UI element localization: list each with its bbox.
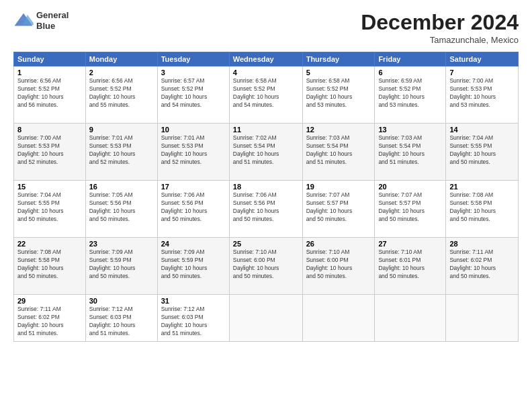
calendar-cell	[229, 295, 302, 342]
calendar-cell: 29Sunrise: 7:11 AMSunset: 6:02 PMDayligh…	[14, 295, 86, 342]
calendar-cell: 28Sunrise: 7:11 AMSunset: 6:02 PMDayligh…	[446, 238, 519, 295]
calendar-cell: 7Sunrise: 7:00 AMSunset: 5:53 PMDaylight…	[446, 66, 519, 124]
calendar-cell: 3Sunrise: 6:57 AMSunset: 5:52 PMDaylight…	[157, 66, 229, 124]
calendar-cell: 6Sunrise: 6:59 AMSunset: 5:52 PMDaylight…	[375, 66, 446, 124]
weekday-header: Sunday	[14, 52, 86, 66]
calendar-cell: 21Sunrise: 7:08 AMSunset: 5:58 PMDayligh…	[446, 181, 519, 238]
calendar-cell: 16Sunrise: 7:05 AMSunset: 5:56 PMDayligh…	[85, 181, 157, 238]
day-info: Sunrise: 7:01 AMSunset: 5:53 PMDaylight:…	[161, 134, 226, 167]
calendar-cell: 1Sunrise: 6:56 AMSunset: 5:52 PMDaylight…	[14, 66, 86, 124]
location: Tamazunchale, Mexico	[361, 35, 519, 45]
day-number: 13	[378, 126, 442, 134]
weekday-header: Thursday	[302, 52, 375, 66]
day-number: 17	[161, 183, 226, 191]
day-info: Sunrise: 7:09 AMSunset: 5:59 PMDaylight:…	[89, 248, 154, 281]
day-info: Sunrise: 6:57 AMSunset: 5:52 PMDaylight:…	[161, 77, 226, 109]
calendar-cell: 20Sunrise: 7:07 AMSunset: 5:57 PMDayligh…	[375, 181, 446, 238]
calendar-cell: 24Sunrise: 7:09 AMSunset: 5:59 PMDayligh…	[157, 238, 229, 295]
day-info: Sunrise: 7:02 AMSunset: 5:54 PMDaylight:…	[233, 134, 299, 167]
calendar-cell: 11Sunrise: 7:02 AMSunset: 5:54 PMDayligh…	[229, 124, 302, 181]
calendar-cell: 19Sunrise: 7:07 AMSunset: 5:57 PMDayligh…	[302, 181, 375, 238]
weekday-header: Wednesday	[229, 52, 302, 66]
day-info: Sunrise: 7:12 AMSunset: 6:03 PMDaylight:…	[89, 306, 154, 338]
day-info: Sunrise: 7:06 AMSunset: 5:56 PMDaylight:…	[233, 191, 299, 224]
day-number: 6	[378, 68, 442, 77]
day-info: Sunrise: 7:01 AMSunset: 5:53 PMDaylight:…	[89, 134, 154, 167]
day-number: 31	[161, 297, 226, 305]
weekday-header: Friday	[375, 52, 446, 66]
day-info: Sunrise: 7:04 AMSunset: 5:55 PMDaylight:…	[449, 134, 515, 167]
day-info: Sunrise: 7:03 AMSunset: 5:54 PMDaylight:…	[306, 134, 371, 167]
day-info: Sunrise: 7:10 AMSunset: 6:00 PMDaylight:…	[306, 248, 371, 281]
calendar-cell	[375, 295, 446, 342]
calendar-cell: 27Sunrise: 7:10 AMSunset: 6:01 PMDayligh…	[375, 238, 446, 295]
logo-line2: Blue	[36, 21, 69, 32]
day-number: 20	[378, 183, 442, 191]
day-info: Sunrise: 7:07 AMSunset: 5:57 PMDaylight:…	[306, 191, 371, 224]
logo-icon	[13, 11, 34, 31]
day-number: 28	[449, 240, 515, 248]
day-info: Sunrise: 7:00 AMSunset: 5:53 PMDaylight:…	[17, 134, 82, 167]
calendar: SundayMondayTuesdayWednesdayThursdayFrid…	[13, 52, 519, 342]
day-info: Sunrise: 7:06 AMSunset: 5:56 PMDaylight:…	[161, 191, 226, 224]
logo-line1: General	[36, 10, 69, 21]
calendar-cell: 22Sunrise: 7:08 AMSunset: 5:58 PMDayligh…	[14, 238, 86, 295]
weekday-header: Monday	[85, 52, 157, 66]
calendar-cell: 18Sunrise: 7:06 AMSunset: 5:56 PMDayligh…	[229, 181, 302, 238]
calendar-cell: 23Sunrise: 7:09 AMSunset: 5:59 PMDayligh…	[85, 238, 157, 295]
day-number: 12	[306, 126, 371, 134]
day-number: 1	[17, 68, 82, 77]
calendar-cell: 10Sunrise: 7:01 AMSunset: 5:53 PMDayligh…	[157, 124, 229, 181]
day-info: Sunrise: 7:08 AMSunset: 5:58 PMDaylight:…	[17, 248, 82, 281]
header: General Blue December 2024 Tamazunchale,…	[13, 10, 519, 45]
day-info: Sunrise: 7:04 AMSunset: 5:55 PMDaylight:…	[17, 191, 82, 224]
day-info: Sunrise: 6:59 AMSunset: 5:52 PMDaylight:…	[378, 77, 442, 109]
calendar-cell: 17Sunrise: 7:06 AMSunset: 5:56 PMDayligh…	[157, 181, 229, 238]
day-info: Sunrise: 7:07 AMSunset: 5:57 PMDaylight:…	[378, 191, 442, 224]
day-number: 10	[161, 126, 226, 134]
calendar-header-row: SundayMondayTuesdayWednesdayThursdayFrid…	[14, 52, 519, 66]
day-number: 15	[17, 183, 82, 191]
day-info: Sunrise: 7:11 AMSunset: 6:02 PMDaylight:…	[449, 248, 515, 281]
day-number: 3	[161, 68, 226, 77]
day-number: 27	[378, 240, 442, 248]
calendar-cell: 4Sunrise: 6:58 AMSunset: 5:52 PMDaylight…	[229, 66, 302, 124]
logo: General Blue	[13, 10, 69, 31]
day-number: 7	[449, 68, 515, 77]
calendar-cell: 26Sunrise: 7:10 AMSunset: 6:00 PMDayligh…	[302, 238, 375, 295]
day-number: 11	[233, 126, 299, 134]
day-info: Sunrise: 7:05 AMSunset: 5:56 PMDaylight:…	[89, 191, 154, 224]
day-number: 19	[306, 183, 371, 191]
calendar-cell: 15Sunrise: 7:04 AMSunset: 5:55 PMDayligh…	[14, 181, 86, 238]
day-number: 23	[89, 240, 154, 248]
day-info: Sunrise: 7:11 AMSunset: 6:02 PMDaylight:…	[17, 306, 82, 338]
calendar-week-row: 22Sunrise: 7:08 AMSunset: 5:58 PMDayligh…	[14, 238, 519, 295]
calendar-week-row: 29Sunrise: 7:11 AMSunset: 6:02 PMDayligh…	[14, 295, 519, 342]
weekday-header: Tuesday	[157, 52, 229, 66]
day-info: Sunrise: 6:58 AMSunset: 5:52 PMDaylight:…	[306, 77, 371, 109]
day-info: Sunrise: 6:56 AMSunset: 5:52 PMDaylight:…	[89, 77, 154, 109]
day-info: Sunrise: 7:08 AMSunset: 5:58 PMDaylight:…	[449, 191, 515, 224]
calendar-cell: 31Sunrise: 7:12 AMSunset: 6:03 PMDayligh…	[157, 295, 229, 342]
day-number: 29	[17, 297, 82, 305]
calendar-week-row: 1Sunrise: 6:56 AMSunset: 5:52 PMDaylight…	[14, 66, 519, 124]
day-number: 2	[89, 68, 154, 77]
day-number: 24	[161, 240, 226, 248]
day-number: 21	[449, 183, 515, 191]
day-number: 9	[89, 126, 154, 134]
calendar-cell: 2Sunrise: 6:56 AMSunset: 5:52 PMDaylight…	[85, 66, 157, 124]
calendar-cell: 14Sunrise: 7:04 AMSunset: 5:55 PMDayligh…	[446, 124, 519, 181]
day-number: 16	[89, 183, 154, 191]
title-block: December 2024 Tamazunchale, Mexico	[361, 10, 519, 45]
page: General Blue December 2024 Tamazunchale,…	[0, 0, 532, 411]
day-info: Sunrise: 6:56 AMSunset: 5:52 PMDaylight:…	[17, 77, 82, 109]
day-info: Sunrise: 7:10 AMSunset: 6:01 PMDaylight:…	[378, 248, 442, 281]
day-info: Sunrise: 7:03 AMSunset: 5:54 PMDaylight:…	[378, 134, 442, 167]
day-number: 30	[89, 297, 154, 305]
calendar-week-row: 8Sunrise: 7:00 AMSunset: 5:53 PMDaylight…	[14, 124, 519, 181]
calendar-week-row: 15Sunrise: 7:04 AMSunset: 5:55 PMDayligh…	[14, 181, 519, 238]
day-number: 5	[306, 68, 371, 77]
weekday-header: Saturday	[446, 52, 519, 66]
calendar-cell: 9Sunrise: 7:01 AMSunset: 5:53 PMDaylight…	[85, 124, 157, 181]
day-info: Sunrise: 6:58 AMSunset: 5:52 PMDaylight:…	[233, 77, 299, 109]
